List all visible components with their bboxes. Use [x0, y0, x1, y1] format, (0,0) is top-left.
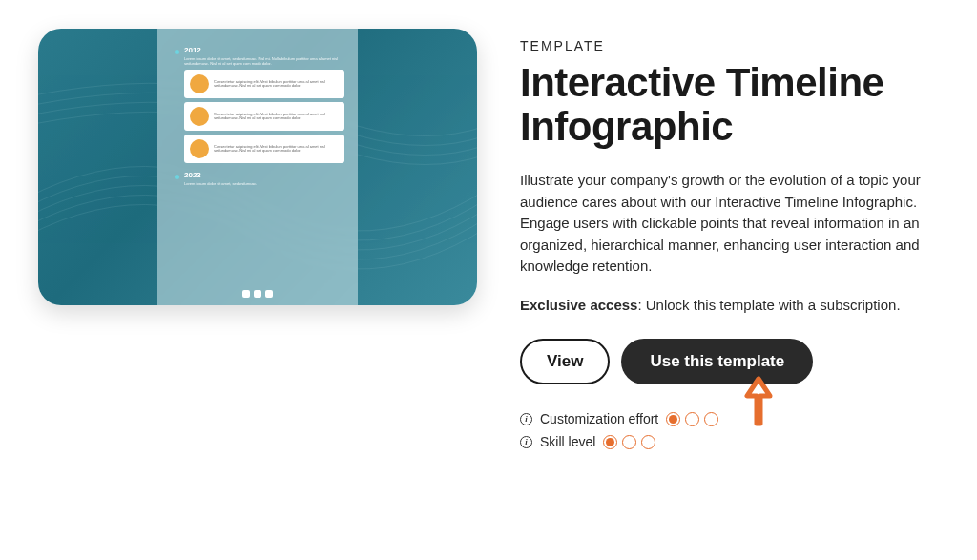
category-label: TEMPLATE	[520, 38, 939, 53]
entry-text: Consectetur adipiscing elit. Vest bibulu…	[214, 145, 339, 155]
skill-level-metric: i Skill level	[520, 434, 939, 449]
info-icon[interactable]: i	[520, 413, 532, 425]
rating-dot-filled	[603, 435, 617, 449]
use-template-button[interactable]: Use this template	[621, 339, 813, 384]
year-description: Lorem ipsum dolor sit amet, sedundumusc.	[184, 181, 344, 186]
customization-effort-metric: i Customization effort	[520, 411, 939, 426]
rating-dot-empty	[685, 412, 699, 426]
template-description: Illustrate your company's growth or the …	[520, 170, 939, 278]
timeline-mockup: 2012 Lorem ipsum dolor sit amet, sedundu…	[157, 29, 358, 305]
rating-dot-empty	[622, 435, 636, 449]
entry-icon	[190, 139, 209, 158]
info-icon[interactable]: i	[520, 436, 532, 448]
access-label: Exclusive access	[520, 297, 637, 313]
template-preview-image[interactable]: 2012 Lorem ipsum dolor sit amet, sedundu…	[38, 29, 477, 305]
template-title: Interactive Timeline Infographic	[520, 61, 939, 149]
access-text: : Unlock this template with a subscripti…	[637, 297, 900, 313]
metric-label: Customization effort	[540, 411, 658, 426]
rating-dots	[666, 412, 718, 426]
entry-text: Consectetur adipiscing elit. Vest bibulu…	[214, 113, 339, 122]
rating-dot-filled	[666, 412, 680, 426]
timeline-year-2012: 2012 Lorem ipsum dolor sit amet, sedundu…	[171, 46, 344, 163]
timeline-year-2023: 2023 Lorem ipsum dolor sit amet, sedundu…	[171, 171, 344, 186]
rating-dot-empty	[641, 435, 655, 449]
button-row: View Use this template	[520, 339, 939, 384]
template-preview-panel: 2012 Lorem ipsum dolor sit amet, sedundu…	[38, 29, 477, 531]
view-button[interactable]: View	[520, 339, 610, 384]
timeline-entry: Consectetur adipiscing elit. Vest bibulu…	[184, 135, 344, 163]
entry-text: Consectetur adipiscing elit. Vest bibulu…	[214, 80, 339, 90]
timeline-entry: Consectetur adipiscing elit. Vest bibulu…	[184, 102, 344, 131]
year-label: 2012	[184, 46, 344, 54]
metric-label: Skill level	[540, 434, 595, 449]
rating-dot-empty	[704, 412, 718, 426]
template-details-panel: TEMPLATE Interactive Timeline Infographi…	[520, 29, 939, 531]
social-icons	[242, 290, 273, 298]
timeline-entry: Consectetur adipiscing elit. Vest bibulu…	[184, 70, 344, 98]
year-label: 2023	[184, 171, 344, 179]
entry-icon	[190, 74, 209, 93]
access-note: Exclusive access: Unlock this template w…	[520, 295, 939, 317]
year-description: Lorem ipsum dolor sit amet, sedundumusc.…	[184, 56, 344, 66]
rating-dots	[603, 435, 655, 449]
entry-icon	[190, 107, 209, 126]
